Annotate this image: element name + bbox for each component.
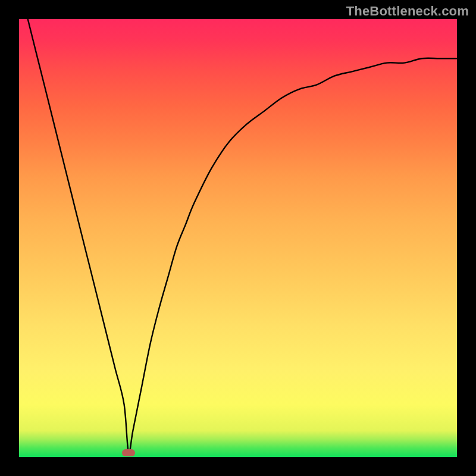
plot-area xyxy=(19,19,457,457)
bottleneck-curve xyxy=(28,19,457,453)
curve-svg xyxy=(19,19,457,457)
watermark-text: TheBottleneck.com xyxy=(346,4,469,19)
minimum-marker xyxy=(122,449,135,456)
chart-frame: TheBottleneck.com xyxy=(0,0,476,476)
